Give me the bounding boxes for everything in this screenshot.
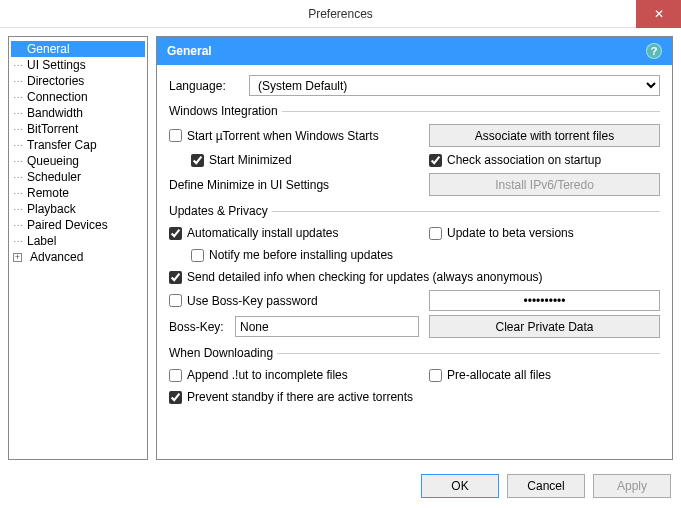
check-association-checkbox[interactable] <box>429 154 442 167</box>
tree-marker-icon: ⋯ <box>13 204 23 215</box>
tree-marker-icon: ⋯ <box>13 92 23 103</box>
prevent-standby-checkbox[interactable] <box>169 391 182 404</box>
sidebar-item-general[interactable]: ⋯General <box>11 41 145 57</box>
send-info-checkbox[interactable] <box>169 271 182 284</box>
sidebar-item-label: Directories <box>27 74 84 88</box>
ok-button[interactable]: OK <box>421 474 499 498</box>
tree-marker-icon: ⋯ <box>13 124 23 135</box>
sidebar-item-label: Bandwidth <box>27 106 83 120</box>
boss-key-password-field[interactable] <box>429 290 660 311</box>
window-titlebar: Preferences ✕ <box>0 0 681 28</box>
sidebar-item-label: Label <box>27 234 56 248</box>
sidebar-item-label: UI Settings <box>27 58 86 72</box>
boss-key-pw-label: Use Boss-Key password <box>187 294 318 308</box>
sidebar-item-connection[interactable]: ⋯Connection <box>11 89 145 105</box>
tree-marker-icon: ⋯ <box>13 60 23 71</box>
sidebar-item-paired-devices[interactable]: ⋯Paired Devices <box>11 217 145 233</box>
append-ut-checkbox[interactable] <box>169 369 182 382</box>
auto-install-row[interactable]: Automatically install updates <box>169 224 419 242</box>
sidebar-item-ui-settings[interactable]: ⋯UI Settings <box>11 57 145 73</box>
beta-row[interactable]: Update to beta versions <box>429 224 660 242</box>
updates-privacy-group: Updates & Privacy Automatically install … <box>169 204 660 342</box>
tree-marker-icon: ⋯ <box>13 172 23 183</box>
sidebar-item-label: Advanced <box>30 250 83 264</box>
append-ut-row[interactable]: Append .!ut to incomplete files <box>169 366 419 384</box>
sidebar-item-directories[interactable]: ⋯Directories <box>11 73 145 89</box>
sidebar-item-advanced[interactable]: +Advanced <box>11 249 145 265</box>
send-info-row[interactable]: Send detailed info when checking for upd… <box>169 268 660 286</box>
sidebar-item-bittorrent[interactable]: ⋯BitTorrent <box>11 121 145 137</box>
sidebar-item-transfer-cap[interactable]: ⋯Transfer Cap <box>11 137 145 153</box>
install-ipv6-button[interactable]: Install IPv6/Teredo <box>429 173 660 196</box>
sidebar-item-label: Connection <box>27 90 88 104</box>
when-downloading-legend: When Downloading <box>169 346 277 360</box>
beta-label: Update to beta versions <box>447 226 574 240</box>
associate-torrent-button[interactable]: Associate with torrent files <box>429 124 660 147</box>
apply-button[interactable]: Apply <box>593 474 671 498</box>
when-downloading-group: When Downloading Append .!ut to incomple… <box>169 346 660 410</box>
panel-title: General <box>167 44 212 58</box>
check-association-label: Check association on startup <box>447 153 601 167</box>
start-with-windows-label: Start µTorrent when Windows Starts <box>187 129 379 143</box>
tree-marker-icon: ⋯ <box>13 220 23 231</box>
tree-marker-icon: ⋯ <box>13 140 23 151</box>
sidebar-item-label: BitTorrent <box>27 122 78 136</box>
window-title: Preferences <box>308 7 373 21</box>
sidebar-item-label: Paired Devices <box>27 218 108 232</box>
sidebar-item-label: Remote <box>27 186 69 200</box>
window-close-button[interactable]: ✕ <box>636 0 681 28</box>
panel-header: General ? <box>157 37 672 65</box>
boss-key-pw-checkbox[interactable] <box>169 294 182 307</box>
tree-marker-icon: ⋯ <box>13 236 23 247</box>
sidebar-item-playback[interactable]: ⋯Playback <box>11 201 145 217</box>
sidebar-item-remote[interactable]: ⋯Remote <box>11 185 145 201</box>
dialog-button-row: OK Cancel Apply <box>0 468 681 498</box>
start-with-windows-checkbox[interactable] <box>169 129 182 142</box>
updates-privacy-legend: Updates & Privacy <box>169 204 272 218</box>
notify-before-label: Notify me before installing updates <box>209 248 393 262</box>
preallocate-row[interactable]: Pre-allocate all files <box>429 366 660 384</box>
windows-integration-group: Windows Integration Start µTorrent when … <box>169 104 660 200</box>
language-label: Language: <box>169 79 239 93</box>
append-ut-label: Append .!ut to incomplete files <box>187 368 348 382</box>
start-minimized-checkbox[interactable] <box>191 154 204 167</box>
tree-marker-icon: ⋯ <box>13 44 23 55</box>
auto-install-label: Automatically install updates <box>187 226 338 240</box>
prevent-standby-label: Prevent standby if there are active torr… <box>187 390 413 404</box>
sidebar-item-queueing[interactable]: ⋯Queueing <box>11 153 145 169</box>
boss-key-pw-row[interactable]: Use Boss-Key password <box>169 292 419 310</box>
help-icon[interactable]: ? <box>646 43 662 59</box>
tree-marker-icon: ⋯ <box>13 108 23 119</box>
auto-install-checkbox[interactable] <box>169 227 182 240</box>
tree-marker-icon: ⋯ <box>13 188 23 199</box>
close-icon: ✕ <box>654 7 664 21</box>
sidebar-item-bandwidth[interactable]: ⋯Bandwidth <box>11 105 145 121</box>
tree-marker-icon: ⋯ <box>13 156 23 167</box>
preferences-tree: ⋯General⋯UI Settings⋯Directories⋯Connect… <box>8 36 148 460</box>
language-select[interactable]: (System Default) <box>249 75 660 96</box>
boss-key-label: Boss-Key: <box>169 320 229 334</box>
boss-key-row: Boss-Key: <box>169 316 419 337</box>
sidebar-item-label: General <box>27 42 70 56</box>
cancel-button[interactable]: Cancel <box>507 474 585 498</box>
prevent-standby-row[interactable]: Prevent standby if there are active torr… <box>169 388 660 406</box>
sidebar-item-label[interactable]: ⋯Label <box>11 233 145 249</box>
expand-icon[interactable]: + <box>13 253 22 262</box>
preallocate-checkbox[interactable] <box>429 369 442 382</box>
check-association-row[interactable]: Check association on startup <box>429 151 660 169</box>
beta-checkbox[interactable] <box>429 227 442 240</box>
sidebar-item-scheduler[interactable]: ⋯Scheduler <box>11 169 145 185</box>
start-with-windows-row[interactable]: Start µTorrent when Windows Starts <box>169 127 419 145</box>
sidebar-item-label: Queueing <box>27 154 79 168</box>
clear-private-data-button[interactable]: Clear Private Data <box>429 315 660 338</box>
sidebar-item-label: Transfer Cap <box>27 138 97 152</box>
notify-before-checkbox[interactable] <box>191 249 204 262</box>
send-info-label: Send detailed info when checking for upd… <box>187 270 543 284</box>
boss-key-field[interactable] <box>235 316 419 337</box>
start-minimized-row[interactable]: Start Minimized <box>191 151 419 169</box>
preallocate-label: Pre-allocate all files <box>447 368 551 382</box>
start-minimized-label: Start Minimized <box>209 153 292 167</box>
notify-before-row[interactable]: Notify me before installing updates <box>191 246 660 264</box>
sidebar-item-label: Scheduler <box>27 170 81 184</box>
windows-integration-legend: Windows Integration <box>169 104 282 118</box>
